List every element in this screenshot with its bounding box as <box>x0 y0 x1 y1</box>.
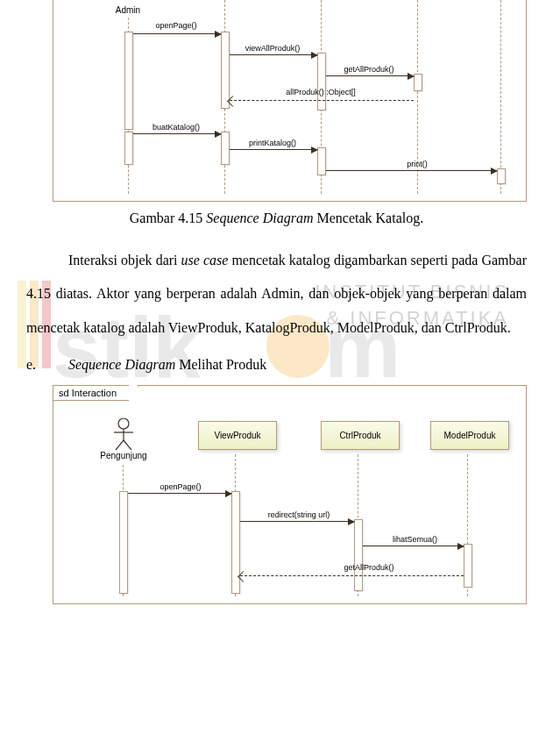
section-italic: Sequence Diagram <box>68 357 175 372</box>
section-rest: Melihat Produk <box>175 357 266 372</box>
actor-label: Pengunjung <box>93 451 154 460</box>
activation <box>119 491 128 594</box>
caption-suffix: Mencetak Katalog. <box>313 210 423 225</box>
msg-openpage: openPage() <box>137 482 224 491</box>
activation <box>124 32 133 130</box>
msg-getallproduk: getAllProduk() <box>316 563 422 572</box>
lifeline-box-viewproduk: ViewProduk <box>198 421 277 450</box>
section-heading-e: e. Sequence Diagram Melihat Produk <box>26 357 527 373</box>
figure-caption-4-15: Gambar 4.15 Sequence Diagram Mencetak Ka… <box>0 210 553 226</box>
caption-italic: Sequence Diagram <box>206 210 313 225</box>
activation <box>124 132 133 165</box>
svg-line-9 <box>116 440 124 450</box>
msg-getall: getAllProduk() <box>325 65 413 74</box>
activation <box>221 132 230 165</box>
body-text-italic: use case <box>181 253 229 267</box>
msg-redirect: redirect(string url) <box>246 510 351 519</box>
body-text-a: Interaksi objek dari <box>68 253 181 267</box>
activation <box>497 168 506 184</box>
actor-label: Admin <box>116 5 140 15</box>
svg-line-10 <box>124 440 131 450</box>
stick-figure-icon <box>111 417 136 451</box>
msg-viewall: viewAllProduk() <box>229 44 316 53</box>
activation <box>317 53 326 111</box>
msg-buatkatalog: buatKatalog() <box>137 123 216 132</box>
lifeline-l5 <box>500 0 501 194</box>
activation <box>354 519 363 591</box>
msg-openpage: openPage() <box>137 21 216 30</box>
lifeline-box-modelproduk: ModelProduk <box>430 421 509 450</box>
lifeline-box-ctrlproduk: CtrlProduk <box>321 421 400 450</box>
body-paragraph: Interaksi objek dari use case mencetak k… <box>26 244 527 345</box>
msg-lihatsemua: lihatSemua() <box>369 535 461 544</box>
msg-print: print() <box>378 160 457 168</box>
msg-printkatalog: printKatalog() <box>233 139 312 147</box>
msg-allproduk: allProduk() :Object[] <box>255 88 386 96</box>
diagram-tab-label: sd Interaction <box>59 388 117 398</box>
diagram-frame-tab: sd Interaction <box>53 385 129 401</box>
activation <box>464 544 472 588</box>
svg-point-6 <box>118 418 129 429</box>
sequence-diagram-melihat-produk: sd Interaction Pengunjung ViewProduk Ctr… <box>53 385 527 604</box>
activation <box>414 74 422 91</box>
section-letter: e. <box>26 357 68 373</box>
sequence-diagram-mencetak-katalog: Admin openPage() viewAllProduk() getAllP… <box>53 0 527 202</box>
actor-admin: Admin <box>97 5 159 15</box>
actor-pengunjung: Pengunjung <box>93 417 154 460</box>
activation <box>317 147 326 175</box>
caption-prefix: Gambar 4.15 <box>130 210 207 225</box>
